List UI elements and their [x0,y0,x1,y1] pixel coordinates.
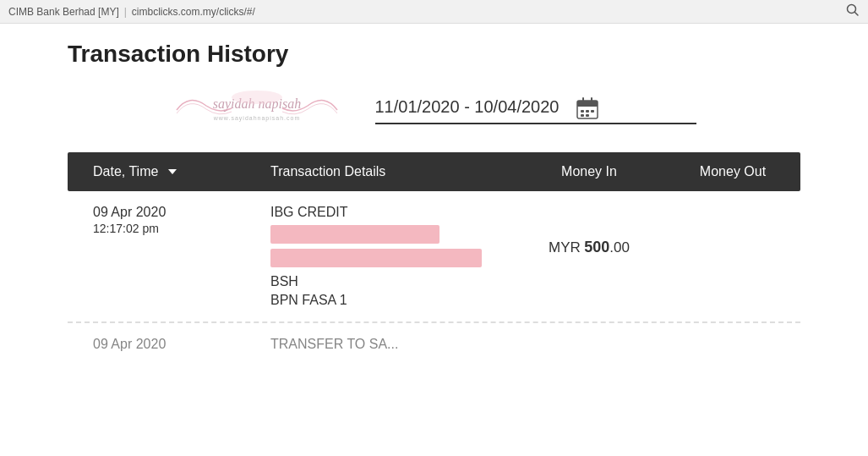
svg-point-4 [232,91,282,104]
td-next-details-title: TRANSFER TO SA... [270,337,800,352]
logo-decoration: sayidah napisah www.sayidahnapisah.com [172,85,341,135]
th-date-label: Date, Time [93,164,158,179]
browser-bar: CIMB Bank Berhad [MY] | cimbclicks.com.m… [0,0,868,24]
svg-rect-10 [586,110,589,113]
money-in-amount: 500 [584,239,609,255]
table-row-next: 09 Apr 2020 TRANSFER TO SA... [68,323,800,371]
table-header: Date, Time Transaction Details Money In … [68,152,800,191]
calendar-icon[interactable] [576,96,599,123]
page-content: Transaction History sayidah napisah www.… [0,24,868,387]
date-range-section: 11/01/2020 - 10/04/2020 [375,96,696,124]
td-details-bpn: BPN FASA 1 [270,293,513,308]
sort-chevron-icon[interactable] [168,169,177,174]
th-details: Transaction Details [270,164,513,179]
th-money-in: Money In [513,164,665,179]
money-in-currency: MYR [549,239,581,255]
logo-area: sayidah napisah www.sayidahnapisah.com [172,85,341,135]
svg-rect-12 [581,114,584,117]
svg-rect-9 [581,110,584,113]
separator: | [124,6,127,18]
redacted-bar-1 [270,225,439,244]
site-name: CIMB Bank Berhad [MY] [8,6,119,18]
svg-rect-6 [577,101,598,107]
th-money-out: Money Out [665,164,800,179]
td-date-time: 12:17:02 pm [93,222,270,235]
svg-line-1 [855,13,859,16]
date-range-text: 11/01/2020 - 10/04/2020 [375,97,560,117]
svg-rect-13 [586,114,589,117]
money-in-cents: .00 [609,239,630,255]
redacted-bar-2 [270,249,482,267]
date-underline [375,123,696,124]
td-details-bsh: BSH [270,274,513,289]
td-details-title: IBG CREDIT [270,205,513,220]
td-next-date: 09 Apr 2020 [68,337,270,354]
td-next-date-main: 09 Apr 2020 [93,337,270,352]
td-date: 09 Apr 2020 12:17:02 pm [68,205,270,235]
logo-svg: sayidah napisah www.sayidahnapisah.com [172,85,341,135]
table-row: 09 Apr 2020 12:17:02 pm IBG CREDIT BSH B… [68,191,800,323]
td-money-in: MYR 500.00 [513,205,665,256]
date-row: 11/01/2020 - 10/04/2020 [375,96,600,123]
header-section: sayidah napisah www.sayidahnapisah.com 1… [68,85,800,135]
td-next-details: TRANSFER TO SA... [270,337,800,357]
svg-rect-11 [591,110,594,113]
svg-text:www.sayidahnapisah.com: www.sayidahnapisah.com [212,115,300,122]
browser-address: CIMB Bank Berhad [MY] | cimbclicks.com.m… [8,6,255,18]
page-title: Transaction History [68,41,800,68]
td-date-main: 09 Apr 2020 [93,205,270,220]
browser-url: cimbclicks.com.my/clicks/#/ [132,6,255,18]
search-icon[interactable] [846,3,860,19]
td-details: IBG CREDIT BSH BPN FASA 1 [270,205,513,308]
th-date: Date, Time [68,164,270,179]
